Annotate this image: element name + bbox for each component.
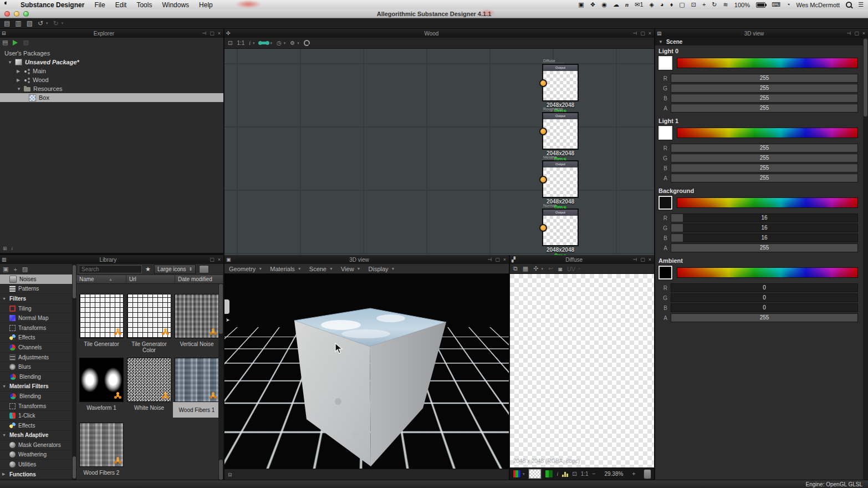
- close-icon[interactable]: ×: [218, 257, 221, 262]
- menu-tools[interactable]: Tools: [136, 1, 152, 9]
- hue-gradient-bar[interactable]: [677, 128, 858, 138]
- menu-materials[interactable]: Materials: [270, 266, 295, 272]
- actual-size-button[interactable]: 1:1: [581, 471, 589, 477]
- menu-help[interactable]: Help: [199, 1, 213, 9]
- channel-slider[interactable]: 16: [671, 233, 858, 242]
- channel-slider[interactable]: 255: [671, 104, 858, 113]
- library-item-tile-generator-color[interactable]: Tile Generator Color: [126, 294, 172, 353]
- channel-slider[interactable]: 255: [671, 94, 858, 103]
- channel-slider[interactable]: 255: [671, 174, 858, 182]
- pin-icon[interactable]: ⊣: [632, 257, 637, 262]
- output-node-diffuse[interactable]: Diffuse Output 2048x2048 0ms: [542, 59, 579, 114]
- library-item-waveform-1[interactable]: Waveform 1: [79, 358, 124, 411]
- redo-icon[interactable]: ↻: [53, 20, 59, 27]
- expander-icon[interactable]: ▼: [17, 87, 21, 92]
- fit-view-icon[interactable]: ⊡: [228, 40, 232, 46]
- channel-slider[interactable]: 0: [671, 283, 858, 292]
- column-name[interactable]: Name▵: [76, 275, 126, 283]
- explorer-header[interactable]: ⊟ Explorer ⊣ ▢ ×: [0, 29, 223, 38]
- menu-file[interactable]: File: [94, 1, 105, 9]
- filter-button[interactable]: [199, 265, 209, 273]
- color-swatch[interactable]: [658, 126, 672, 140]
- save-icon[interactable]: ▤: [2, 39, 8, 46]
- category-mf-effects[interactable]: Effects: [0, 421, 72, 431]
- scrollbar-handle[interactable]: [73, 265, 76, 298]
- float-icon[interactable]: ▢: [640, 257, 645, 262]
- category-effects[interactable]: Effects: [0, 333, 72, 343]
- scrollbar-handle[interactable]: [864, 39, 867, 116]
- tree-item-main[interactable]: ▶ Main: [0, 67, 223, 75]
- category-mesh-adaptive[interactable]: ▼Mesh Adaptive: [0, 431, 72, 441]
- window-icon[interactable]: ▢: [679, 2, 685, 8]
- graph-header[interactable]: ✣ Wood ⊣ ▢ ×: [224, 29, 654, 38]
- view2d-canvas[interactable]: 2048 x 2048 (RGBA, 8bpc): [510, 274, 654, 467]
- cloud-icon[interactable]: ☁: [613, 2, 619, 8]
- minimize-window-button[interactable]: [14, 11, 19, 17]
- new-package-icon[interactable]: ▤: [4, 20, 10, 27]
- close-icon[interactable]: ×: [503, 257, 506, 262]
- info-icon[interactable]: i: [249, 40, 251, 46]
- viewport-side-tab[interactable]: [224, 299, 229, 314]
- reset-icon[interactable]: ↩: [548, 265, 553, 272]
- category-blurs[interactable]: Blurs: [0, 362, 72, 372]
- caret-icon[interactable]: ▾: [284, 41, 286, 45]
- window-titlebar[interactable]: Allegorithmic Substance Designer 4.1.1: [0, 9, 868, 18]
- keyboard-icon[interactable]: ⌨: [772, 2, 780, 8]
- column-date-modified[interactable]: Date modified: [175, 275, 223, 283]
- favorites-star-icon[interactable]: ★: [145, 266, 151, 273]
- zoom-tool-icon[interactable]: [304, 40, 310, 46]
- close-icon[interactable]: ×: [649, 30, 651, 36]
- view2d-header[interactable]: ▞ Diffuse ⊣ ▢ ×: [510, 255, 654, 264]
- search-input[interactable]: [79, 265, 142, 273]
- channel-slider[interactable]: 16: [671, 223, 858, 232]
- category-adjustments[interactable]: Adjustments: [0, 353, 72, 363]
- divvy-icon[interactable]: ◈: [650, 2, 654, 8]
- hue-gradient-bar[interactable]: [677, 197, 858, 208]
- hue-gradient-bar[interactable]: [677, 58, 858, 68]
- channel-select-icon[interactable]: [513, 470, 521, 478]
- zoom-window-button[interactable]: [23, 11, 29, 17]
- stop-icon[interactable]: ▧: [23, 39, 28, 46]
- caret-icon[interactable]: ▾: [270, 41, 273, 45]
- float-icon[interactable]: ▢: [854, 30, 859, 36]
- channel-slider[interactable]: 0: [671, 293, 858, 302]
- close-icon[interactable]: ×: [218, 30, 221, 36]
- scene-group-header[interactable]: ▼ Scene: [655, 38, 863, 45]
- tree-item-box[interactable]: Box: [0, 93, 223, 102]
- categories-scrollbar[interactable]: [72, 264, 76, 480]
- float-icon[interactable]: ▢: [640, 30, 645, 36]
- pin-icon[interactable]: ⊣: [202, 30, 206, 36]
- library-item-white-noise[interactable]: White Noise: [126, 358, 172, 411]
- lock-icon[interactable]: ◉: [601, 2, 607, 8]
- export-icon[interactable]: ◙: [558, 266, 562, 272]
- input-port-icon[interactable]: [539, 79, 547, 87]
- category-patterns[interactable]: Patterns: [0, 284, 72, 294]
- add-icon[interactable]: +: [13, 266, 17, 273]
- timing-icon[interactable]: ◷: [277, 40, 282, 46]
- tree-item-package[interactable]: ▼ Unsaved Package*: [0, 58, 223, 67]
- output-node-normal[interactable]: Normal Output 2048x2048 0ms: [542, 204, 579, 255]
- view-mode-select[interactable]: Large icons⇕: [154, 265, 196, 274]
- dropbox-icon[interactable]: ❖: [590, 2, 596, 8]
- bell-icon[interactable]: ♦: [670, 2, 673, 8]
- pin-icon[interactable]: ⊣: [487, 257, 492, 262]
- output-node-metallic[interactable]: Metallic Output 2048x2048 0ms: [542, 155, 579, 210]
- settings-scrollbar[interactable]: [863, 38, 868, 480]
- apple-logo-icon[interactable]: [4, 1, 11, 8]
- view3d-header[interactable]: ▣ 3D view ⊣ ▢ ×: [224, 255, 509, 264]
- category-utilities[interactable]: Utilities: [0, 460, 72, 470]
- float-icon[interactable]: ▢: [210, 257, 215, 262]
- close-icon[interactable]: ×: [649, 257, 651, 262]
- close-window-button[interactable]: [4, 11, 10, 17]
- wifi-icon[interactable]: ≋: [723, 2, 728, 8]
- menu-view[interactable]: View: [341, 266, 354, 272]
- menu-edit[interactable]: Edit: [115, 1, 127, 9]
- save-package-icon[interactable]: ▧: [27, 20, 33, 27]
- library-scrollbar[interactable]: [218, 284, 223, 480]
- channel-slider[interactable]: 16: [671, 214, 858, 222]
- uv-toggle[interactable]: UV: [567, 266, 575, 272]
- mail-icon[interactable]: ✉1: [635, 2, 643, 8]
- collapse-icon[interactable]: ▼: [658, 39, 663, 44]
- scrollbar-handle[interactable]: [219, 284, 223, 334]
- move-icon[interactable]: +: [702, 2, 706, 8]
